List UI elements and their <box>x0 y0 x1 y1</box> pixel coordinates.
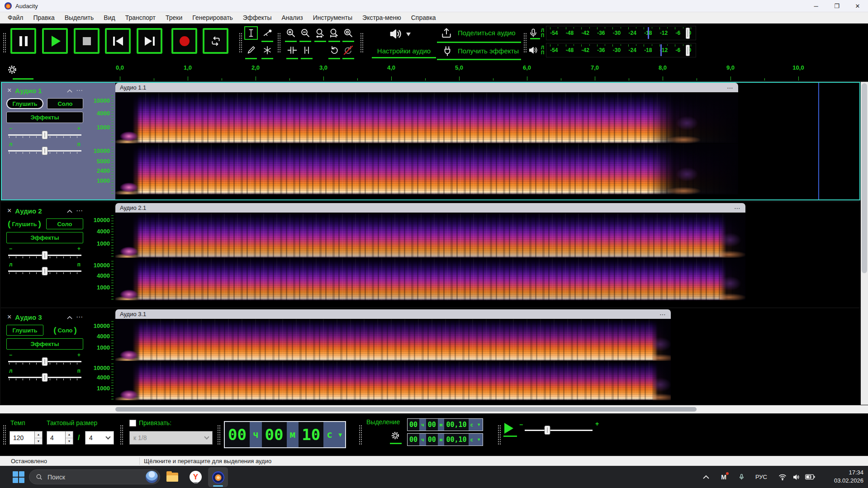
recording-meter-bar[interactable]: -54-48-42-36-30-24-18-12-60 <box>546 26 696 40</box>
frequency-ruler[interactable]: 1000040001000 <box>88 258 115 300</box>
battery-indicator[interactable] <box>803 466 817 488</box>
gain-slider-handle[interactable] <box>42 251 48 260</box>
zoom-out-button[interactable] <box>299 26 312 40</box>
mute-button[interactable]: (Глушить) <box>6 218 43 229</box>
audacity-taskbar-button[interactable] <box>208 467 228 487</box>
volume-indicator[interactable] <box>790 466 802 488</box>
vertical-scrollbar[interactable] <box>861 82 868 405</box>
pan-slider[interactable] <box>8 267 81 275</box>
time-digits[interactable]: 00 <box>426 434 438 445</box>
multi-tool-button[interactable] <box>261 43 274 57</box>
selection-tool-button[interactable] <box>244 26 258 40</box>
frequency-ruler[interactable]: 1000040001000 <box>88 92 115 143</box>
track-name[interactable]: Аудио 3 <box>15 313 42 321</box>
snap-checkbox[interactable] <box>129 420 136 426</box>
time-digits[interactable]: 10 <box>299 422 323 447</box>
frequency-ruler[interactable]: 10000500024001000 <box>88 144 115 194</box>
clip-header[interactable]: Аудио 3.1⋯ <box>115 309 671 319</box>
file-explorer-button[interactable] <box>165 469 180 484</box>
gain-slider[interactable] <box>8 357 81 365</box>
menu-item-1[interactable]: Файл <box>3 13 28 22</box>
audio-setup-grip[interactable] <box>360 33 364 52</box>
frequency-ruler[interactable]: 1000040001000 <box>88 361 115 400</box>
track-collapse-icon[interactable] <box>67 207 72 215</box>
zoom-selection-button[interactable] <box>313 26 327 40</box>
menu-item-7[interactable]: Генерировать <box>187 13 238 22</box>
menu-item-3[interactable]: Выделить <box>60 13 99 22</box>
spectrogram-channel-left[interactable] <box>115 319 671 361</box>
audio-position-display[interactable]: 00ч00м10с▼ <box>224 421 346 448</box>
recording-volume-slider[interactable] <box>686 28 690 39</box>
vertical-scale[interactable]: 100004000100010000500024001000 <box>88 83 115 199</box>
skip-to-end-button[interactable] <box>137 28 162 54</box>
track-effects-button[interactable]: Эффекты <box>6 232 83 243</box>
mute-button[interactable]: Глушить <box>6 325 43 336</box>
spectrogram-channel-right[interactable] <box>115 361 671 400</box>
stop-button[interactable] <box>74 28 100 54</box>
track-menu-icon[interactable]: ⋯ <box>76 88 83 93</box>
tools-grip[interactable] <box>239 33 242 52</box>
track-effects-button[interactable]: Эффекты <box>6 338 83 350</box>
maximize-button[interactable]: ❐ <box>826 0 847 12</box>
track-collapse-icon[interactable] <box>67 86 72 95</box>
menu-item-12[interactable]: Справка <box>406 13 441 22</box>
play-at-speed-grip[interactable] <box>498 425 501 445</box>
menu-item-11[interactable]: Экстра-меню <box>357 13 406 22</box>
time-digits[interactable]: 00 <box>408 419 419 431</box>
menu-item-5[interactable]: Транспорт <box>120 13 161 22</box>
timeline-ruler[interactable]: 0,01,02,03,04,05,06,07,08,09,010,0 <box>0 62 868 81</box>
spectrogram-channel-right[interactable] <box>115 144 738 194</box>
share-audio-button[interactable]: Поделиться аудио <box>458 29 516 37</box>
time-signature-upper-spinner[interactable]: 4 ▲▼ <box>47 431 73 445</box>
clip-header[interactable]: Аудио 1.1⋯ <box>115 83 738 92</box>
track-close-icon[interactable]: × <box>7 87 11 94</box>
playback-volume-slider[interactable] <box>686 45 690 56</box>
clip-header[interactable]: Аудио 2.1⋯ <box>115 203 745 213</box>
pause-button[interactable] <box>10 28 36 54</box>
selection-toolbar-grip[interactable] <box>359 425 362 445</box>
pan-slider[interactable] <box>8 147 81 155</box>
frequency-ruler[interactable]: 1000040001000 <box>88 319 115 360</box>
play-speed-slider[interactable] <box>525 426 593 435</box>
clip-menu-icon[interactable]: ⋯ <box>659 311 666 318</box>
snap-toolbar-grip[interactable] <box>120 425 123 445</box>
gain-slider-handle[interactable] <box>42 357 48 366</box>
track-menu-icon[interactable]: ⋯ <box>76 208 83 213</box>
minimize-button[interactable]: ─ <box>806 0 826 12</box>
record-button[interactable] <box>171 28 197 54</box>
spectrogram-channel-left[interactable] <box>115 213 745 258</box>
zoom-in-button[interactable] <box>284 26 298 40</box>
pan-slider-handle[interactable] <box>42 147 48 155</box>
gain-slider-handle[interactable] <box>42 131 48 139</box>
tempo-spinner[interactable]: 120 ▲▼ <box>9 431 43 445</box>
trim-audio-button[interactable] <box>285 43 299 57</box>
tray-app-icon[interactable]: М <box>717 466 730 488</box>
taskbar-search[interactable]: Поиск <box>29 469 160 484</box>
envelope-tool-button[interactable] <box>261 26 274 40</box>
time-format-dropdown-icon[interactable]: ▼ <box>475 419 483 431</box>
audio-setup-speaker-icon[interactable] <box>388 27 403 41</box>
track-name[interactable]: Аудио 2 <box>15 207 42 215</box>
menu-item-2[interactable]: Правка <box>28 13 59 22</box>
language-indicator[interactable]: РУС <box>752 466 771 488</box>
close-button[interactable]: ✕ <box>847 0 868 12</box>
selection-end-display[interactable]: 00ч00м00,10с▼ <box>407 433 483 446</box>
spectrogram-channel-right[interactable] <box>115 258 745 300</box>
audio-setup-button[interactable]: Настройки аудио <box>371 47 437 55</box>
pan-slider-handle[interactable] <box>42 373 48 382</box>
vertical-scrollbar-thumb[interactable] <box>862 83 867 273</box>
vertical-scale[interactable]: 10000400010001000040001000 <box>88 309 115 403</box>
time-toolbar-grip[interactable] <box>3 425 6 445</box>
track-menu-icon[interactable]: ⋯ <box>76 315 83 319</box>
time-digits[interactable]: 00 <box>262 422 287 447</box>
play-button[interactable] <box>42 28 68 54</box>
gain-slider[interactable] <box>8 251 81 259</box>
clip-menu-icon[interactable]: ⋯ <box>727 84 734 91</box>
solo-button[interactable]: Соло <box>46 218 83 229</box>
tray-microphone[interactable] <box>735 466 747 488</box>
horizontal-scrollbar[interactable] <box>0 405 868 413</box>
play-speed-slider-handle[interactable] <box>544 426 550 435</box>
menu-item-10[interactable]: Инструменты <box>308 13 357 22</box>
time-digits[interactable]: 00,10 <box>444 419 468 431</box>
horizontal-scrollbar-thumb[interactable] <box>115 407 697 412</box>
